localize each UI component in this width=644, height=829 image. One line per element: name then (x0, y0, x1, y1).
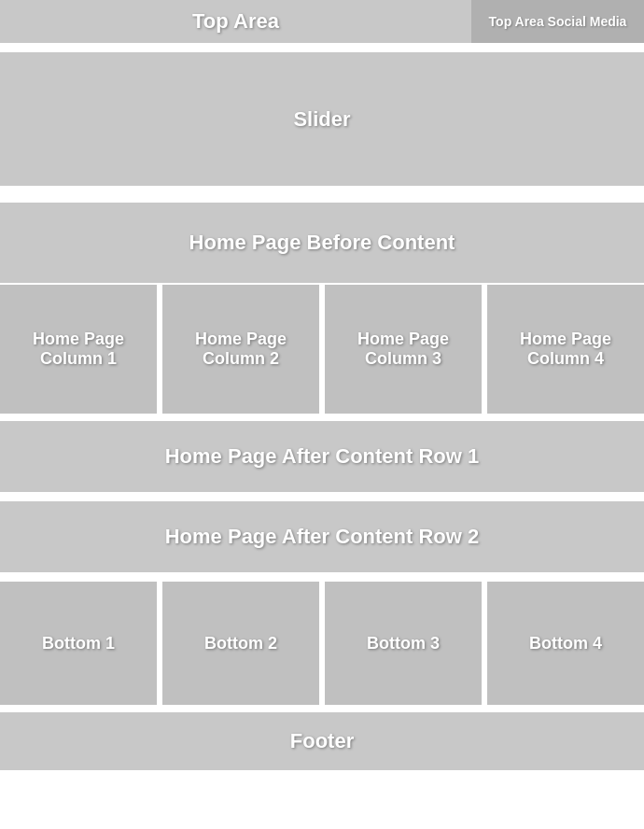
column-1[interactable]: Home Page Column 1 (0, 285, 157, 414)
bottom-1[interactable]: Bottom 1 (0, 582, 157, 705)
column-4-label: Home Page Column 4 (487, 322, 644, 376)
gap-2 (0, 188, 644, 195)
bottom-2[interactable]: Bottom 2 (162, 582, 319, 705)
after-content-row-1-label: Home Page After Content Row 1 (156, 435, 489, 478)
column-1-label: Home Page Column 1 (0, 322, 157, 376)
slider-section[interactable]: Slider (0, 52, 644, 188)
column-2-label: Home Page Column 2 (162, 322, 319, 376)
column-3-label: Home Page Column 3 (325, 322, 482, 376)
column-2[interactable]: Home Page Column 2 (162, 285, 319, 414)
column-4[interactable]: Home Page Column 4 (487, 285, 644, 414)
bottom-1-label: Bottom 1 (35, 626, 122, 661)
column-3[interactable]: Home Page Column 3 (325, 285, 482, 414)
top-area-social[interactable]: Top Area Social Media (471, 0, 644, 43)
before-content-label: Home Page Before Content (180, 221, 465, 264)
bottom-4[interactable]: Bottom 4 (487, 582, 644, 705)
bottom-2-label: Bottom 2 (197, 626, 285, 661)
columns-row: Home Page Column 1 Home Page Column 2 Ho… (0, 285, 644, 414)
bottom-3[interactable]: Bottom 3 (325, 582, 482, 705)
bottom-columns-row: Bottom 1 Bottom 2 Bottom 3 Bottom 4 (0, 582, 644, 705)
gap-1 (0, 45, 644, 52)
after-content-row-1[interactable]: Home Page After Content Row 1 (0, 421, 644, 494)
top-area-label: Top Area (183, 0, 288, 43)
footer-section[interactable]: Footer (0, 712, 644, 770)
before-content-section[interactable]: Home Page Before Content (0, 203, 644, 285)
bottom-3-label: Bottom 3 (359, 626, 447, 661)
top-area-social-label: Top Area Social Media (489, 14, 627, 29)
bottom-4-label: Bottom 4 (522, 626, 609, 661)
after-content-row-2-label: Home Page After Content Row 2 (156, 515, 489, 558)
top-area-main[interactable]: Top Area (0, 0, 471, 43)
slider-label: Slider (284, 98, 359, 141)
after-content-row-2[interactable]: Home Page After Content Row 2 (0, 501, 644, 574)
footer-label: Footer (281, 720, 363, 763)
top-area-row: Top Area Top Area Social Media (0, 0, 644, 45)
